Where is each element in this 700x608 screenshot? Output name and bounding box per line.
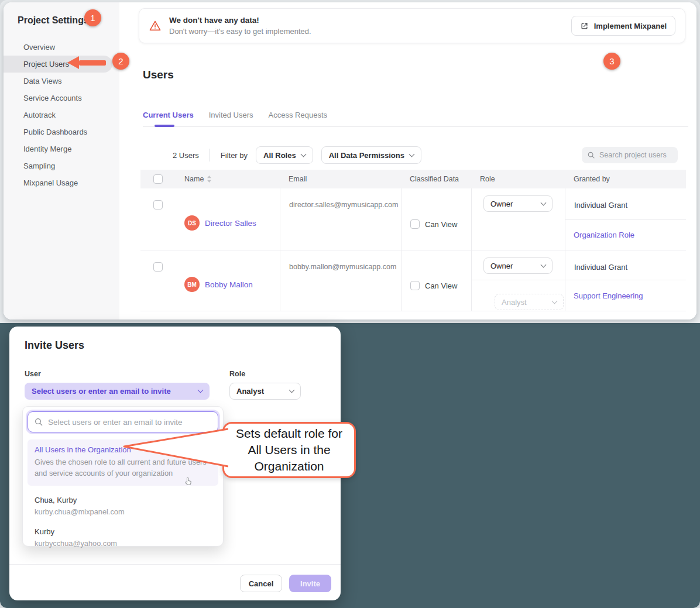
chevron-down-icon bbox=[300, 151, 306, 157]
banner-subtitle: Don't worry—it's easy to get implemented… bbox=[169, 27, 311, 36]
sidebar-item-overview[interactable]: Overview bbox=[4, 39, 119, 56]
tab-current-users-label: Current Users bbox=[143, 111, 194, 119]
option-user-name: Chua, Kurby bbox=[35, 496, 125, 504]
divider bbox=[210, 149, 210, 162]
sort-icon bbox=[207, 176, 212, 183]
avatar: DS bbox=[184, 215, 200, 231]
granted-by-value: Individual Grant bbox=[565, 250, 686, 311]
invite-submit-button[interactable]: Invite bbox=[289, 575, 331, 592]
sidebar-item-identity-merge[interactable]: Identity Merge bbox=[4, 140, 119, 157]
settings-sidebar: Project Settings Overview Project Users … bbox=[4, 2, 119, 320]
annotation-callout: Sets default role for All Users in the O… bbox=[222, 422, 356, 478]
permissions-filter-dropdown[interactable]: All Data Permissions bbox=[321, 146, 421, 164]
option-user-email: kurby.chua@mixpanel.com bbox=[35, 507, 125, 516]
table-row: BM Bobby Mallon bobby.mallon@mymusicapp.… bbox=[140, 250, 686, 311]
can-view-checkbox[interactable] bbox=[410, 219, 420, 229]
option-user[interactable]: Kurby kurbycchua@yahoo.com bbox=[35, 527, 117, 548]
screenshot-stage: Project Settings Overview Project Users … bbox=[0, 0, 700, 608]
users-tabs: Current Users Invited Users Access Reque… bbox=[143, 106, 688, 127]
roles-filter-dropdown[interactable]: All Roles bbox=[256, 146, 313, 164]
cursor-hand-icon bbox=[183, 476, 193, 489]
select-all-checkbox[interactable] bbox=[153, 174, 163, 184]
table-row: DS Director Salles director.salles@mymus… bbox=[140, 188, 686, 250]
banner-text: We don't have any data! Don't worry—it's… bbox=[169, 16, 311, 36]
user-select[interactable]: Select users or enter an email to invite bbox=[25, 383, 210, 400]
option-user[interactable]: Chua, Kurby kurby.chua@mixpanel.com bbox=[35, 496, 125, 516]
implement-mixpanel-label: Implement Mixpanel bbox=[594, 22, 667, 30]
user-name-link[interactable]: Director Salles bbox=[205, 219, 256, 228]
implement-mixpanel-button[interactable]: Implement Mixpanel bbox=[571, 16, 675, 36]
project-settings-page: Project Settings Overview Project Users … bbox=[4, 2, 696, 320]
annotation-badge-3: 3 bbox=[603, 53, 620, 70]
secondary-role-dropdown-disabled: Analyst bbox=[495, 294, 564, 310]
role-field-label: Role bbox=[229, 370, 245, 378]
header-role: Role bbox=[471, 175, 565, 183]
header-name[interactable]: Name bbox=[176, 175, 280, 183]
users-table: Name Email Classified Data Role Granted … bbox=[140, 170, 686, 311]
chevron-down-icon bbox=[289, 387, 295, 393]
no-data-banner: We don't have any data! Don't worry—it's… bbox=[139, 8, 685, 43]
tab-access-requests-label: Access Requests bbox=[269, 111, 327, 119]
user-name-link[interactable]: Bobby Mallon bbox=[205, 280, 253, 289]
user-select-value: Select users or enter an email to invite bbox=[32, 387, 171, 396]
sidebar-item-sampling[interactable]: Sampling bbox=[4, 157, 119, 174]
annotation-callout-tail bbox=[121, 427, 228, 470]
organization-role-link[interactable]: Organization Role bbox=[574, 231, 634, 239]
role-value: Owner bbox=[490, 262, 513, 270]
cancel-button[interactable]: Cancel bbox=[240, 575, 282, 592]
user-email: director.salles@mymusicapp.com bbox=[280, 188, 401, 250]
row-checkbox[interactable] bbox=[153, 200, 163, 209]
role-dropdown[interactable]: Owner bbox=[483, 195, 553, 212]
chevron-down-icon bbox=[541, 200, 547, 205]
option-user-email: kurbycchua@yahoo.com bbox=[35, 539, 117, 548]
divider bbox=[471, 280, 686, 280]
sidebar-item-mixpanel-usage[interactable]: Mixpanel Usage bbox=[4, 174, 119, 191]
external-link-icon bbox=[580, 22, 589, 30]
can-view-checkbox[interactable] bbox=[410, 281, 420, 290]
role-select-value: Analyst bbox=[236, 387, 264, 396]
annotation-badge-1: 1 bbox=[84, 9, 101, 26]
chevron-down-icon bbox=[541, 262, 547, 267]
header-name-label: Name bbox=[184, 175, 204, 183]
sidebar-item-data-views[interactable]: Data Views bbox=[4, 73, 119, 90]
role-select[interactable]: Analyst bbox=[229, 383, 301, 400]
chevron-down-icon bbox=[409, 151, 415, 157]
header-email: Email bbox=[280, 175, 401, 183]
chevron-down-icon bbox=[198, 387, 204, 393]
user-field-label: User bbox=[25, 370, 41, 378]
support-engineering-link[interactable]: Support Engineering bbox=[574, 291, 643, 300]
sidebar-item-autotrack[interactable]: Autotrack bbox=[4, 107, 119, 123]
divider bbox=[565, 219, 686, 220]
sidebar-item-public-dashboards[interactable]: Public Dashboards bbox=[4, 123, 119, 140]
tab-current-users[interactable]: Current Users bbox=[143, 106, 209, 126]
user-email: bobby.mallon@mymusicapp.com bbox=[280, 250, 401, 311]
role-value: Owner bbox=[490, 200, 513, 208]
can-view-label: Can View bbox=[425, 281, 457, 290]
search-icon bbox=[587, 151, 595, 159]
tab-invited-users-label: Invited Users bbox=[209, 111, 253, 119]
table-header: Name Email Classified Data Role Granted … bbox=[140, 170, 686, 188]
tab-invited-users[interactable]: Invited Users bbox=[209, 106, 269, 126]
filter-row: 2 Users Filter by All Roles All Data Per… bbox=[173, 146, 678, 164]
dropdown-search-input[interactable] bbox=[48, 418, 212, 427]
divider bbox=[9, 564, 341, 565]
filter-by-label: Filter by bbox=[221, 151, 248, 160]
modal-title: Invite Users bbox=[25, 339, 84, 352]
avatar: BM bbox=[184, 277, 200, 292]
permissions-filter-label: All Data Permissions bbox=[329, 151, 404, 160]
users-section-title: Users bbox=[143, 68, 174, 81]
search-input[interactable] bbox=[599, 151, 670, 159]
annotation-badge-2: 2 bbox=[112, 53, 129, 70]
option-user-name: Kurby bbox=[35, 527, 117, 536]
header-classified: Classified Data bbox=[401, 175, 471, 183]
sidebar-item-service-accounts[interactable]: Service Accounts bbox=[4, 90, 119, 107]
can-view-label: Can View bbox=[425, 220, 457, 229]
roles-filter-label: All Roles bbox=[263, 151, 296, 160]
page-title: Project Settings bbox=[18, 15, 89, 26]
banner-title: We don't have any data! bbox=[169, 16, 311, 25]
role-dropdown[interactable]: Owner bbox=[483, 257, 553, 274]
row-checkbox[interactable] bbox=[153, 262, 163, 272]
tab-access-requests[interactable]: Access Requests bbox=[269, 106, 342, 126]
search-project-users[interactable] bbox=[582, 147, 678, 163]
warning-icon bbox=[149, 19, 162, 32]
